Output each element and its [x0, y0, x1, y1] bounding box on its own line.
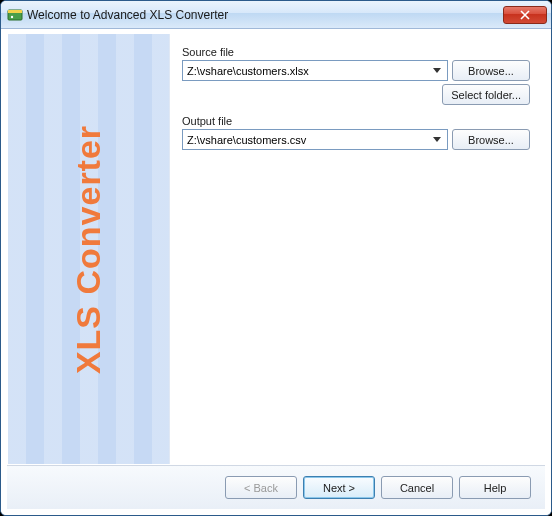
- titlebar: Welcome to Advanced XLS Converter: [1, 1, 551, 29]
- client-area: XLS Converter Source file Z:\vshare\cust…: [1, 29, 551, 515]
- close-button[interactable]: [503, 6, 547, 24]
- select-folder-button[interactable]: Select folder...: [442, 84, 530, 105]
- source-file-value: Z:\vshare\customers.xlsx: [187, 65, 429, 77]
- chevron-down-icon[interactable]: [429, 137, 445, 143]
- window-title: Welcome to Advanced XLS Converter: [27, 8, 503, 22]
- output-label: Output file: [182, 115, 530, 127]
- back-button: < Back: [225, 476, 297, 499]
- svg-rect-1: [8, 10, 22, 13]
- source-label: Source file: [182, 46, 530, 58]
- source-file-combo[interactable]: Z:\vshare\customers.xlsx: [182, 60, 448, 81]
- help-button[interactable]: Help: [459, 476, 531, 499]
- brand-text: XLS Converter: [69, 124, 108, 373]
- chevron-down-icon[interactable]: [429, 68, 445, 74]
- wizard-footer: < Back Next > Cancel Help: [7, 465, 545, 509]
- output-file-value: Z:\vshare\customers.csv: [187, 134, 429, 146]
- main-panel: Source file Z:\vshare\customers.xlsx Bro…: [170, 34, 544, 464]
- next-button[interactable]: Next >: [303, 476, 375, 499]
- sidebar: XLS Converter: [8, 34, 170, 464]
- output-file-combo[interactable]: Z:\vshare\customers.csv: [182, 129, 448, 150]
- source-browse-button[interactable]: Browse...: [452, 60, 530, 81]
- content: XLS Converter Source file Z:\vshare\cust…: [7, 33, 545, 465]
- app-window: Welcome to Advanced XLS Converter XLS Co…: [0, 0, 552, 516]
- svg-point-2: [11, 15, 13, 17]
- output-browse-button[interactable]: Browse...: [452, 129, 530, 150]
- app-icon: [7, 7, 23, 23]
- output-group: Output file Z:\vshare\customers.csv Brow…: [182, 115, 530, 150]
- cancel-button[interactable]: Cancel: [381, 476, 453, 499]
- source-group: Source file Z:\vshare\customers.xlsx Bro…: [182, 46, 530, 105]
